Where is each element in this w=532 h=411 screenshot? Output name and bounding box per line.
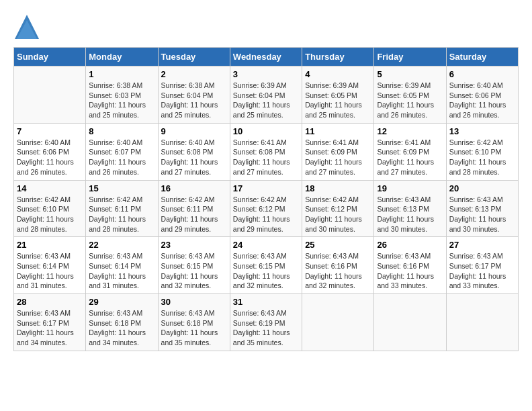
weekday-header-sunday: Sunday (14, 48, 86, 66)
day-info: Sunrise: 6:43 AM Sunset: 6:16 PM Dayligh… (305, 251, 371, 291)
calendar-cell: 17Sunrise: 6:42 AM Sunset: 6:12 PM Dayli… (230, 180, 302, 237)
calendar-cell (302, 294, 374, 351)
day-number: 16 (161, 183, 227, 193)
calendar-cell: 16Sunrise: 6:42 AM Sunset: 6:11 PM Dayli… (158, 180, 230, 237)
day-number: 13 (449, 126, 515, 136)
day-number: 29 (89, 297, 154, 307)
day-number: 21 (17, 240, 83, 250)
day-info: Sunrise: 6:43 AM Sunset: 6:14 PM Dayligh… (89, 251, 154, 291)
day-info: Sunrise: 6:43 AM Sunset: 6:17 PM Dayligh… (17, 308, 83, 348)
day-number: 5 (377, 69, 443, 79)
logo (13, 13, 44, 40)
calendar-cell: 14Sunrise: 6:42 AM Sunset: 6:10 PM Dayli… (14, 180, 86, 237)
day-number: 15 (89, 183, 154, 193)
calendar-cell: 21Sunrise: 6:43 AM Sunset: 6:14 PM Dayli… (14, 237, 86, 294)
day-number: 22 (89, 240, 154, 250)
calendar-cell: 8Sunrise: 6:40 AM Sunset: 6:07 PM Daylig… (86, 123, 158, 180)
calendar-cell: 30Sunrise: 6:43 AM Sunset: 6:18 PM Dayli… (158, 294, 230, 351)
calendar-cell: 28Sunrise: 6:43 AM Sunset: 6:17 PM Dayli… (14, 294, 86, 351)
logo-icon (13, 13, 40, 40)
day-number: 6 (449, 69, 515, 79)
day-info: Sunrise: 6:43 AM Sunset: 6:13 PM Dayligh… (449, 195, 515, 234)
day-number: 28 (17, 297, 83, 307)
calendar-cell: 29Sunrise: 6:43 AM Sunset: 6:18 PM Dayli… (86, 294, 158, 351)
day-info: Sunrise: 6:43 AM Sunset: 6:13 PM Dayligh… (377, 195, 443, 234)
calendar-cell: 20Sunrise: 6:43 AM Sunset: 6:13 PM Dayli… (446, 180, 518, 237)
day-number: 31 (233, 297, 299, 307)
calendar-cell: 19Sunrise: 6:43 AM Sunset: 6:13 PM Dayli… (374, 180, 446, 237)
day-number: 23 (161, 240, 227, 250)
day-number: 8 (89, 126, 154, 136)
day-info: Sunrise: 6:42 AM Sunset: 6:10 PM Dayligh… (17, 195, 83, 234)
day-number: 2 (161, 69, 227, 79)
weekday-header-monday: Monday (86, 48, 158, 66)
calendar-cell (374, 294, 446, 351)
weekday-header-thursday: Thursday (302, 48, 374, 66)
day-info: Sunrise: 6:42 AM Sunset: 6:12 PM Dayligh… (305, 195, 371, 234)
calendar-cell: 24Sunrise: 6:43 AM Sunset: 6:15 PM Dayli… (230, 237, 302, 294)
day-info: Sunrise: 6:43 AM Sunset: 6:15 PM Dayligh… (161, 251, 227, 291)
calendar-cell: 4Sunrise: 6:39 AM Sunset: 6:05 PM Daylig… (302, 66, 374, 124)
day-info: Sunrise: 6:40 AM Sunset: 6:06 PM Dayligh… (17, 138, 83, 177)
day-info: Sunrise: 6:43 AM Sunset: 6:17 PM Dayligh… (449, 251, 515, 291)
day-info: Sunrise: 6:41 AM Sunset: 6:08 PM Dayligh… (233, 138, 299, 177)
day-info: Sunrise: 6:43 AM Sunset: 6:18 PM Dayligh… (89, 308, 154, 348)
day-number: 17 (233, 183, 299, 193)
calendar-week-row: 28Sunrise: 6:43 AM Sunset: 6:17 PM Dayli… (14, 294, 519, 351)
day-info: Sunrise: 6:42 AM Sunset: 6:10 PM Dayligh… (449, 138, 515, 177)
weekday-header-friday: Friday (374, 48, 446, 66)
calendar-cell: 15Sunrise: 6:42 AM Sunset: 6:11 PM Dayli… (86, 180, 158, 237)
calendar-cell: 6Sunrise: 6:40 AM Sunset: 6:06 PM Daylig… (446, 66, 518, 124)
day-info: Sunrise: 6:43 AM Sunset: 6:18 PM Dayligh… (161, 308, 227, 348)
calendar-cell: 1Sunrise: 6:38 AM Sunset: 6:03 PM Daylig… (86, 66, 158, 124)
weekday-header-saturday: Saturday (446, 48, 518, 66)
day-info: Sunrise: 6:39 AM Sunset: 6:05 PM Dayligh… (377, 81, 443, 120)
day-number: 9 (161, 126, 227, 136)
day-info: Sunrise: 6:38 AM Sunset: 6:04 PM Dayligh… (161, 81, 227, 120)
day-info: Sunrise: 6:40 AM Sunset: 6:07 PM Dayligh… (89, 138, 154, 177)
page-header (13, 13, 519, 40)
weekday-header-row: SundayMondayTuesdayWednesdayThursdayFrid… (14, 48, 519, 66)
day-info: Sunrise: 6:39 AM Sunset: 6:04 PM Dayligh… (233, 81, 299, 120)
day-number: 19 (377, 183, 443, 193)
weekday-header-tuesday: Tuesday (158, 48, 230, 66)
day-info: Sunrise: 6:39 AM Sunset: 6:05 PM Dayligh… (305, 81, 371, 120)
calendar-table: SundayMondayTuesdayWednesdayThursdayFrid… (13, 47, 519, 351)
day-number: 10 (233, 126, 299, 136)
day-info: Sunrise: 6:40 AM Sunset: 6:06 PM Dayligh… (449, 81, 515, 120)
calendar-cell: 3Sunrise: 6:39 AM Sunset: 6:04 PM Daylig… (230, 66, 302, 124)
day-info: Sunrise: 6:42 AM Sunset: 6:11 PM Dayligh… (161, 195, 227, 234)
day-number: 11 (305, 126, 371, 136)
calendar-cell: 23Sunrise: 6:43 AM Sunset: 6:15 PM Dayli… (158, 237, 230, 294)
calendar-cell: 26Sunrise: 6:43 AM Sunset: 6:16 PM Dayli… (374, 237, 446, 294)
calendar-cell: 2Sunrise: 6:38 AM Sunset: 6:04 PM Daylig… (158, 66, 230, 124)
calendar-cell (14, 66, 86, 124)
calendar-week-row: 7Sunrise: 6:40 AM Sunset: 6:06 PM Daylig… (14, 123, 519, 180)
day-info: Sunrise: 6:42 AM Sunset: 6:11 PM Dayligh… (89, 195, 154, 234)
calendar-week-row: 21Sunrise: 6:43 AM Sunset: 6:14 PM Dayli… (14, 237, 519, 294)
day-number: 3 (233, 69, 299, 79)
calendar-cell: 7Sunrise: 6:40 AM Sunset: 6:06 PM Daylig… (14, 123, 86, 180)
day-info: Sunrise: 6:41 AM Sunset: 6:09 PM Dayligh… (305, 138, 371, 177)
day-number: 25 (305, 240, 371, 250)
calendar-cell: 9Sunrise: 6:40 AM Sunset: 6:08 PM Daylig… (158, 123, 230, 180)
day-info: Sunrise: 6:43 AM Sunset: 6:19 PM Dayligh… (233, 308, 299, 348)
day-number: 14 (17, 183, 83, 193)
weekday-header-wednesday: Wednesday (230, 48, 302, 66)
calendar-cell: 22Sunrise: 6:43 AM Sunset: 6:14 PM Dayli… (86, 237, 158, 294)
calendar-cell: 27Sunrise: 6:43 AM Sunset: 6:17 PM Dayli… (446, 237, 518, 294)
calendar-cell: 13Sunrise: 6:42 AM Sunset: 6:10 PM Dayli… (446, 123, 518, 180)
day-number: 12 (377, 126, 443, 136)
day-number: 18 (305, 183, 371, 193)
day-number: 27 (449, 240, 515, 250)
calendar-cell: 5Sunrise: 6:39 AM Sunset: 6:05 PM Daylig… (374, 66, 446, 124)
calendar-week-row: 14Sunrise: 6:42 AM Sunset: 6:10 PM Dayli… (14, 180, 519, 237)
day-number: 4 (305, 69, 371, 79)
calendar-cell: 18Sunrise: 6:42 AM Sunset: 6:12 PM Dayli… (302, 180, 374, 237)
day-info: Sunrise: 6:38 AM Sunset: 6:03 PM Dayligh… (89, 81, 154, 120)
day-info: Sunrise: 6:40 AM Sunset: 6:08 PM Dayligh… (161, 138, 227, 177)
day-info: Sunrise: 6:42 AM Sunset: 6:12 PM Dayligh… (233, 195, 299, 234)
calendar-cell (446, 294, 518, 351)
calendar-week-row: 1Sunrise: 6:38 AM Sunset: 6:03 PM Daylig… (14, 66, 519, 124)
day-number: 7 (17, 126, 83, 136)
